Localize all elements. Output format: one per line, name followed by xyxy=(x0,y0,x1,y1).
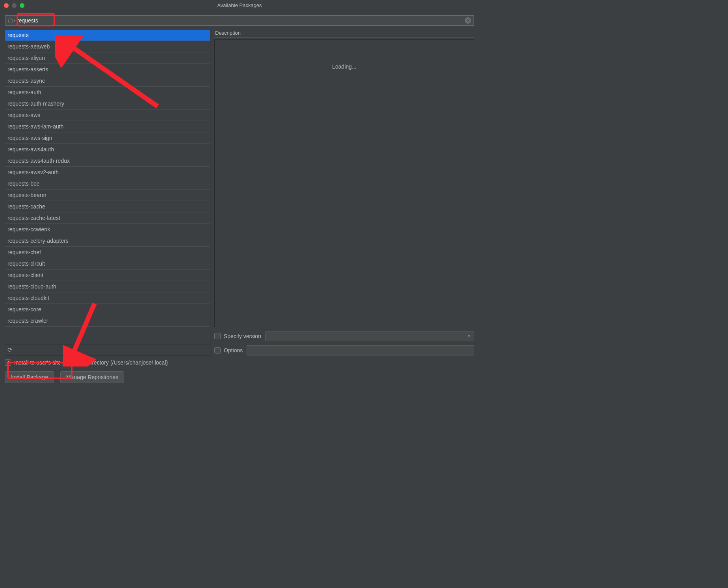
specify-version-row: Specify version ▼ xyxy=(214,331,474,341)
list-item[interactable]: requests-circuit xyxy=(5,258,210,270)
list-item[interactable]: requests-aws4auth xyxy=(5,144,210,155)
list-item[interactable]: requests-aws-iam-auth xyxy=(5,121,210,132)
list-item[interactable]: requests-celery-adapters xyxy=(5,235,210,247)
list-item[interactable]: requests-cache xyxy=(5,201,210,212)
list-item[interactable]: requests-cache-latest xyxy=(5,212,210,224)
options-row: Options xyxy=(214,345,474,355)
specify-version-label: Specify version xyxy=(224,333,261,339)
list-item[interactable]: requests-aws-sign xyxy=(5,132,210,144)
search-dropdown-icon[interactable]: ▾ xyxy=(14,19,15,22)
list-item[interactable]: requests-core xyxy=(5,304,210,315)
package-list[interactable]: requestsrequests-aeawebrequests-aliyunre… xyxy=(5,30,210,344)
list-item[interactable]: requests-bearer xyxy=(5,190,210,201)
version-dropdown[interactable]: ▼ xyxy=(265,331,474,341)
list-item[interactable]: requests-cloudkit xyxy=(5,292,210,304)
install-user-checkbox[interactable]: Install to user's site packages director… xyxy=(5,359,474,366)
chevron-down-icon: ▼ xyxy=(467,334,471,338)
list-item[interactable]: requests-asserts xyxy=(5,64,210,75)
list-item[interactable]: requests-async xyxy=(5,75,210,87)
list-item[interactable]: requests-bce xyxy=(5,178,210,190)
list-item[interactable]: requests xyxy=(5,30,210,41)
options-label: Options xyxy=(224,347,243,354)
specify-version-checkbox[interactable]: Specify version xyxy=(214,333,261,339)
description-label: Description xyxy=(215,30,241,36)
search-input[interactable] xyxy=(17,17,465,24)
list-item[interactable]: requests-aws4auth-redux xyxy=(5,155,210,167)
list-item[interactable]: requests-chef xyxy=(5,247,210,258)
loading-text: Loading... xyxy=(332,63,357,70)
list-item[interactable]: requests-client xyxy=(5,270,210,281)
description-panel: Loading... xyxy=(214,39,474,327)
list-item[interactable]: requests-crawler xyxy=(5,315,210,327)
list-item[interactable]: requests-cloud-auth xyxy=(5,281,210,292)
options-checkbox[interactable]: Options xyxy=(214,347,243,354)
clear-search-button[interactable]: ✕ xyxy=(465,17,471,24)
manage-repositories-button[interactable]: Manage Repositories xyxy=(60,371,124,383)
search-bar[interactable]: ◯ ▾ ✕ xyxy=(5,15,474,26)
refresh-icon[interactable]: ⟳ xyxy=(7,346,13,354)
install-package-button[interactable]: Install Package xyxy=(5,371,54,383)
list-item[interactable]: requests-aliyun xyxy=(5,52,210,64)
titlebar: Available Packages xyxy=(0,0,479,11)
description-header: Description xyxy=(214,29,474,38)
window-title: Available Packages xyxy=(0,2,479,8)
search-icon: ◯ xyxy=(8,18,13,23)
list-item[interactable]: requests-auth-mashery xyxy=(5,98,210,110)
list-item[interactable]: requests-aeaweb xyxy=(5,41,210,52)
install-user-label: Install to user's site packages director… xyxy=(14,359,168,366)
list-item[interactable]: requests-aws xyxy=(5,110,210,121)
options-input[interactable] xyxy=(247,345,474,355)
list-toolbar: ⟳ xyxy=(5,344,210,355)
list-item[interactable]: requests-auth xyxy=(5,87,210,98)
list-item[interactable]: requests-ccwienk xyxy=(5,224,210,235)
list-item[interactable]: requests-awsv2-auth xyxy=(5,167,210,178)
